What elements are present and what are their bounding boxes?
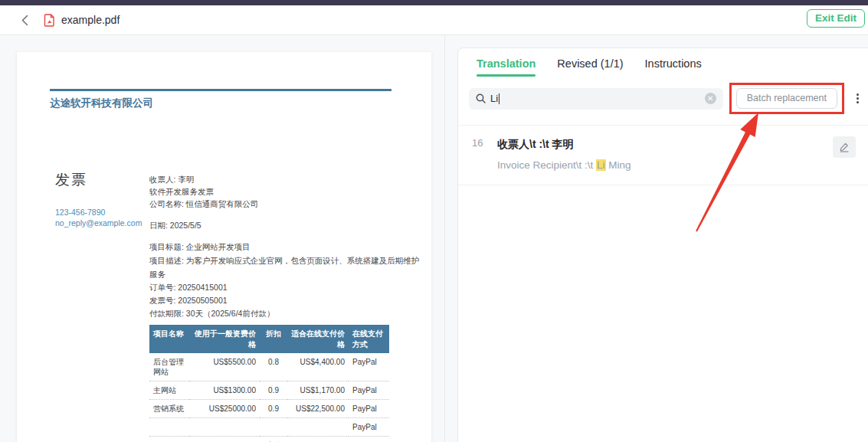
app-window: example.pdf Exit Edit 达途软开科技有限公司 发票 123-… <box>0 0 868 442</box>
table-row: 营销系统 US$25000.00 0.9 US$22,500.00 PayPal <box>149 400 389 418</box>
target-prefix: Invoice Recipient\t :\t <box>497 159 596 171</box>
chevron-left-icon <box>21 15 28 26</box>
entry-index: 16 <box>472 137 483 149</box>
cell-price: US$1300.00 <box>189 381 260 400</box>
pdf-preview-page: 达途软开科技有限公司 发票 123-456-7890 no_reply@exam… <box>17 52 431 442</box>
cell-online-price: US$1,170.00 <box>287 381 349 400</box>
table-row: 主网站 US$1300.00 0.9 US$1,170.00 PayPal <box>149 381 389 400</box>
annotation-highlight-box: Batch replacement <box>729 83 844 114</box>
cell-subtotal-value: US$28,070.00 <box>287 437 349 442</box>
translation-panel: Translation Revised (1/1) Instructions L… <box>457 47 868 442</box>
invoice-date-line: 日期: 2025/5/5 <box>149 221 201 231</box>
cell-item <box>149 418 189 437</box>
panel-tabs: Translation Revised (1/1) Instructions <box>458 48 868 77</box>
exit-edit-button[interactable]: Exit Edit <box>807 9 865 28</box>
cell-online-price: US$4,400.00 <box>287 353 349 381</box>
app-header: example.pdf <box>0 5 868 35</box>
cell-method: PayPal <box>349 353 389 381</box>
pdf-file-icon <box>44 14 55 27</box>
project-desc-line: 项目描述: 为客户开发响应式企业官网，包含页面设计、系统搭建及后期维护 <box>149 256 419 267</box>
cell-method: PayPal <box>349 400 389 418</box>
search-toolbar: Li ✕ Batch replacement <box>458 77 868 126</box>
invoice-title: 发票 <box>55 170 87 190</box>
order-number-line: 订单号: 20250415001 <box>149 283 228 293</box>
tab-instructions[interactable]: Instructions <box>645 57 702 77</box>
tab-translation[interactable]: Translation <box>477 57 536 77</box>
col-header-discount: 折扣 <box>260 325 287 353</box>
cell-price: US$25000.00 <box>189 400 260 418</box>
back-button[interactable] <box>21 15 28 26</box>
pencil-icon <box>839 142 850 152</box>
cell-online-price <box>287 418 349 437</box>
cell-item: 营销系统 <box>149 400 189 418</box>
more-options-icon[interactable] <box>853 90 862 106</box>
project-title-line: 项目标题: 企业网站开发项目 <box>149 242 251 253</box>
document-header-rule <box>50 89 391 91</box>
table-row: 后台管理网站 US$5500.00 0.8 US$4,400.00 PayPal <box>149 353 389 381</box>
table-row: PayPal <box>149 418 389 437</box>
cell-discount: 0.9 <box>260 381 287 400</box>
col-header-payment-method: 在线支付方式 <box>349 325 389 353</box>
panel-divider <box>444 35 445 442</box>
search-icon <box>476 93 486 103</box>
invoice-phone: 123-456-7890 <box>55 208 105 217</box>
document-company-name: 达途软开科技有限公司 <box>50 97 153 110</box>
cell-price: US$5500.00 <box>189 353 260 381</box>
invoice-recipient-line: 收票人: 李明 <box>149 175 194 185</box>
cell-online-price: US$22,500.00 <box>287 400 349 418</box>
cell-discount: 0.8 <box>260 353 287 381</box>
entry-source-text: 收票人\t :\t 李明 <box>497 136 827 152</box>
col-header-online-price: 适合在线支付价格 <box>287 325 349 353</box>
document-filename: example.pdf <box>61 14 120 26</box>
cell-method <box>349 437 389 442</box>
window-titlebar <box>0 0 868 5</box>
invoice-company-line: 公司名称: 恒信通商贸有限公司 <box>149 199 258 210</box>
entry-target-text: Invoice Recipient\t :\t Li Ming <box>497 159 827 172</box>
invoice-email: no_reply@example.com <box>55 218 142 228</box>
project-desc-line-2: 服务 <box>149 270 165 280</box>
cell-item: 后台管理网站 <box>149 353 189 381</box>
cell-price <box>189 437 260 442</box>
col-header-list-price: 使用于一般资费价格 <box>189 325 260 353</box>
target-suffix: Ming <box>606 159 631 171</box>
translation-entry-row[interactable]: 16 收票人\t :\t 李明 Invoice Recipient\t :\t … <box>458 126 868 185</box>
search-query-text: Li <box>490 93 498 104</box>
cell-method: PayPal <box>349 418 389 437</box>
cell-discount: 0.9 <box>260 400 287 418</box>
clear-search-icon[interactable]: ✕ <box>705 93 716 104</box>
batch-replacement-button[interactable]: Batch replacement <box>736 88 837 109</box>
invoice-number-line: 发票号: 20250505001 <box>149 296 228 306</box>
table-row-subtotal: 小计 US$28,070.00 <box>149 437 389 442</box>
text-cursor <box>499 93 500 104</box>
cell-item: 主网站 <box>149 381 189 400</box>
col-header-item-name: 项目名称 <box>149 325 189 353</box>
table-header-row: 项目名称 使用于一般资费价格 折扣 适合在线支付价格 在线支付方式 <box>149 325 389 353</box>
cell-discount <box>260 418 287 437</box>
cell-subtotal-label: 小计 <box>260 437 287 442</box>
edit-entry-button[interactable] <box>833 136 856 158</box>
tab-revised[interactable]: Revised (1/1) <box>557 57 623 77</box>
cell-price <box>189 418 260 437</box>
cell-method: PayPal <box>349 381 389 400</box>
search-input[interactable]: Li ✕ <box>469 88 723 110</box>
invoice-items-table: 项目名称 使用于一般资费价格 折扣 适合在线支付价格 在线支付方式 后台管理网站… <box>149 325 389 442</box>
search-match-highlight: Li <box>596 159 606 171</box>
invoice-subtitle-line: 软件开发服务发票 <box>149 187 214 198</box>
payment-terms-line: 付款期限: 30天（2025/6/4前付款） <box>149 309 274 319</box>
cell-item <box>149 437 189 442</box>
